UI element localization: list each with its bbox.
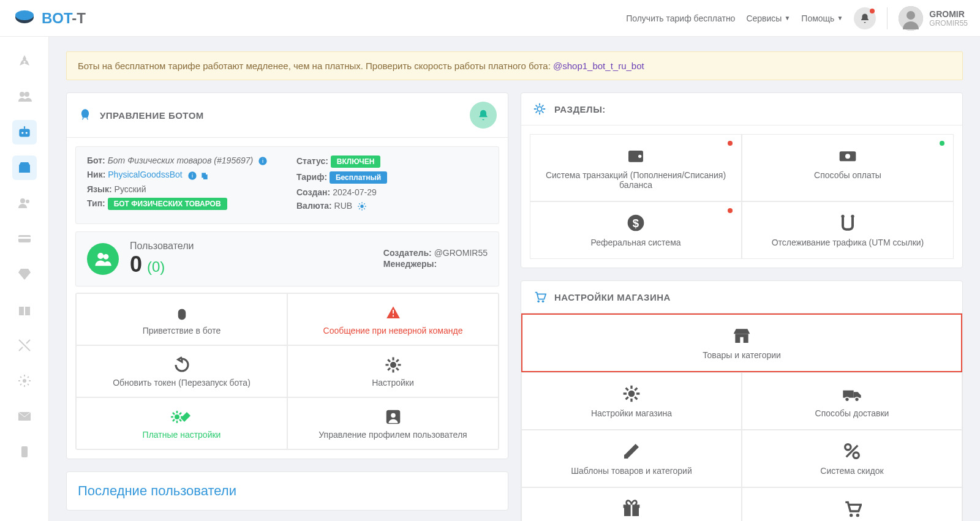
svg-rect-20	[21, 446, 28, 457]
status-badge: ВКЛЮЧЕН	[331, 156, 381, 168]
last-users-title: Последние пользователи	[78, 483, 497, 499]
sidebar-shop-icon[interactable]	[12, 156, 37, 180]
panel-title: УПРАВЛЕНИЕ БОТОМ	[100, 110, 204, 121]
users-icon	[87, 243, 119, 275]
bot-management-panel: УПРАВЛЕНИЕ БОТОМ Бот: Бот Физических тов…	[66, 92, 508, 459]
svg-point-1	[15, 10, 34, 20]
svg-text:i: i	[192, 173, 193, 179]
shop-settings-tile[interactable]: Настройки магазина	[521, 372, 742, 430]
svg-line-53	[846, 446, 858, 457]
truck-icon	[842, 384, 862, 403]
notifications-button[interactable]	[854, 7, 876, 29]
templates-tile[interactable]: Шаблоны товаров и категорий	[521, 430, 742, 487]
sidebar-mail-icon[interactable]	[12, 404, 37, 429]
copy-icon[interactable]	[200, 171, 209, 181]
info-icon[interactable]: i	[258, 156, 268, 166]
gear-edit-icon	[171, 408, 193, 426]
svg-point-51	[845, 444, 851, 450]
sidebar-users-icon[interactable]	[12, 84, 37, 109]
wave-icon	[173, 304, 191, 322]
payments-tile[interactable]: Способы оплаты	[742, 134, 954, 201]
status-dot-icon	[728, 141, 733, 146]
route-icon	[838, 213, 858, 233]
svg-rect-56	[631, 504, 633, 516]
svg-point-18	[23, 379, 26, 383]
services-dropdown[interactable]: Сервисы ▼	[746, 13, 790, 23]
sections-panel: РАЗДЕЛЫ: Система транзакций (Пополнения/…	[521, 92, 963, 268]
rocket-icon	[78, 108, 92, 122]
sidebar-tools-icon[interactable]	[12, 333, 37, 358]
svg-point-7	[21, 132, 23, 133]
svg-text:i: i	[262, 159, 263, 165]
sidebar-card-icon[interactable]	[12, 227, 37, 251]
sidebar-gift-icon[interactable]	[12, 298, 37, 322]
panel-title: РАЗДЕЛЫ:	[554, 104, 606, 114]
referral-tile[interactable]: $ Реферальная система	[530, 201, 742, 259]
svg-point-50	[855, 397, 859, 402]
top-header: BOT-T Получить тариф бесплатно Сервисы ▼…	[0, 0, 980, 37]
gear-icon	[622, 384, 641, 403]
logo[interactable]: BOT-T	[12, 6, 86, 31]
user-handle: GROMIR55	[929, 19, 968, 28]
free-tariff-link[interactable]: Получить тариф бесплатно	[626, 13, 735, 23]
wallet-icon	[626, 146, 646, 165]
sidebar-people-icon[interactable]	[12, 191, 37, 216]
refresh-tile[interactable]: Обновить токен (Перезапуск бота)	[76, 345, 287, 397]
help-dropdown[interactable]: Помощь ▼	[801, 13, 843, 23]
svg-point-11	[20, 198, 25, 203]
bot-type-badge: БОТ ФИЗИЧЕСКИХ ТОВАРОВ	[108, 198, 227, 210]
svg-point-57	[850, 514, 853, 517]
svg-rect-14	[18, 237, 31, 239]
svg-rect-17	[24, 307, 25, 315]
users-stats: Пользователи 0 (0) Создатель: @GROMIR55 …	[75, 231, 499, 287]
extra-tile-gift[interactable]	[521, 487, 742, 521]
chevron-down-icon: ▼	[837, 15, 843, 21]
gear-icon[interactable]	[357, 201, 367, 211]
sidebar-rocket-icon[interactable]	[12, 49, 37, 73]
users-label: Пользователи	[130, 241, 194, 252]
users-count: 0	[130, 252, 142, 277]
edit-icon	[622, 441, 641, 461]
svg-point-58	[856, 514, 859, 517]
transactions-tile[interactable]: Система транзакций (Пополнения/Списания)…	[530, 134, 742, 201]
sidebar-bot-icon[interactable]	[12, 120, 37, 144]
svg-point-4	[20, 92, 24, 97]
percent-icon	[842, 441, 862, 461]
svg-point-36	[638, 155, 641, 158]
info-icon[interactable]: i	[187, 171, 197, 181]
discounts-tile[interactable]: Система скидок	[742, 430, 962, 487]
sidebar-diamond-icon[interactable]	[12, 262, 37, 287]
cart-icon	[842, 499, 862, 519]
extra-tile-cart[interactable]	[742, 487, 962, 521]
goods-categories-tile[interactable]: Товары и категории	[521, 313, 962, 372]
profile-tile[interactable]: Управление профилем пользователя	[287, 397, 499, 449]
svg-rect-46	[740, 337, 743, 343]
user-menu[interactable]: GROMIR GROMIR55	[899, 6, 968, 31]
bot-nick-link[interactable]: PhysicalGoodssBot	[108, 170, 182, 179]
tracking-tile[interactable]: Отслеживание трафика (UTM ссылки)	[742, 201, 954, 259]
panel-title: НАСТРОЙКИ МАГАЗИНА	[554, 292, 671, 302]
panel-bell-button[interactable]	[470, 102, 497, 129]
wrong-cmd-tile[interactable]: Сообщение при неверной команде	[287, 293, 499, 345]
svg-point-38	[845, 154, 850, 159]
status-dot-icon	[728, 208, 733, 213]
chevron-down-icon: ▼	[784, 15, 790, 21]
svg-point-43	[537, 301, 540, 303]
svg-point-52	[853, 452, 859, 458]
shop-settings-panel: НАСТРОЙКИ МАГАЗИНА Товары и категории На…	[521, 280, 963, 521]
alert-bot-link[interactable]: @shop1_bot_t_ru_bot	[553, 61, 644, 71]
sidebar-mobile-icon[interactable]	[12, 440, 37, 464]
greeting-tile[interactable]: Приветствие в боте	[76, 293, 287, 345]
settings-tile[interactable]: Настройки	[287, 345, 499, 397]
svg-rect-26	[203, 174, 208, 179]
logo-icon	[12, 6, 37, 31]
divider	[887, 7, 888, 29]
sidebar-gear-icon[interactable]	[12, 369, 37, 393]
main-content: Боты на бесплатном тарифе работают медле…	[49, 37, 980, 521]
dollar-icon: $	[626, 213, 646, 233]
tariff-badge[interactable]: Бесплатный	[330, 171, 387, 184]
refresh-icon	[173, 356, 191, 374]
delivery-tile[interactable]: Способы доставки	[742, 372, 962, 430]
svg-point-41	[841, 215, 844, 218]
paid-settings-tile[interactable]: Платные настройки	[76, 397, 287, 449]
